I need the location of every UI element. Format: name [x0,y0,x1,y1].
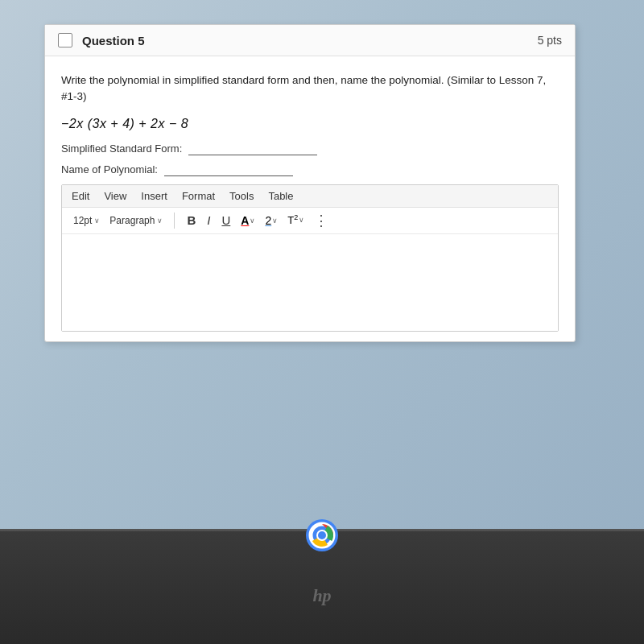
editor-toolbar: 12pt ∨ Paragraph ∨ B I U A ∨ 2 ∨ [62,208,558,234]
menu-format[interactable]: Format [182,190,215,202]
polynomial-blank [164,163,293,176]
polynomial-label: Name of Polynomial: [61,163,158,175]
italic-button[interactable]: I [203,212,214,229]
chrome-icon [306,519,338,551]
menu-tools[interactable]: Tools [229,190,254,202]
font-size-value: 12pt [73,215,92,226]
font-size-chevron: ∨ [94,217,100,225]
svg-point-3 [318,531,326,539]
menu-edit[interactable]: Edit [72,190,89,202]
paragraph-value: Paragraph [109,215,155,226]
superscript-label: T2 [287,213,298,226]
highlight-label: 2 [265,214,271,227]
question-body: Write the polynomial in simplified stand… [45,56,575,341]
simplified-form-line: Simplified Standard Form: [61,142,559,155]
font-color-label: A [241,214,249,227]
font-color-button[interactable]: A ∨ [237,213,258,229]
menu-table[interactable]: Table [268,190,293,202]
paragraph-dropdown[interactable]: Paragraph ∨ [106,213,166,228]
simplified-label: Simplified Standard Form: [61,142,182,155]
header-left: Question 5 [58,33,145,47]
more-options-button[interactable]: ⋮ [311,212,332,229]
toolbar-divider-1 [174,213,175,229]
simplified-blank [188,142,317,155]
editor-menubar: Edit View Insert Format Tools Table [62,185,558,208]
question-checkbox[interactable] [58,33,72,47]
points-label: 5 pts [538,34,562,47]
polynomial-name-line: Name of Polynomial: [61,163,559,176]
math-expression: −2x (3x + 4) + 2x − 8 [61,117,559,131]
laptop-body: hp [0,531,644,644]
superscript-chevron: ∨ [299,216,304,224]
highlight-chevron: ∨ [272,217,278,225]
paragraph-chevron: ∨ [157,217,163,225]
menu-insert[interactable]: Insert [141,190,167,202]
font-size-dropdown[interactable]: 12pt ∨ [70,213,103,228]
text-editor: Edit View Insert Format Tools Table 12pt… [61,184,559,332]
bold-button[interactable]: B [183,212,200,229]
question-title: Question 5 [82,34,145,47]
highlight-button[interactable]: 2 ∨ [262,213,281,229]
hp-logo: hp [302,584,342,608]
superscript-button[interactable]: T2 ∨ [284,212,308,228]
underline-button[interactable]: U [217,212,234,229]
editor-text-area[interactable] [62,234,558,331]
question-instructions: Write the polynomial in simplified stand… [61,72,559,105]
question-card: Question 5 5 pts Write the polynomial in… [44,24,576,342]
font-color-chevron: ∨ [250,217,255,225]
question-header: Question 5 5 pts [45,25,575,56]
menu-view[interactable]: View [104,190,126,202]
